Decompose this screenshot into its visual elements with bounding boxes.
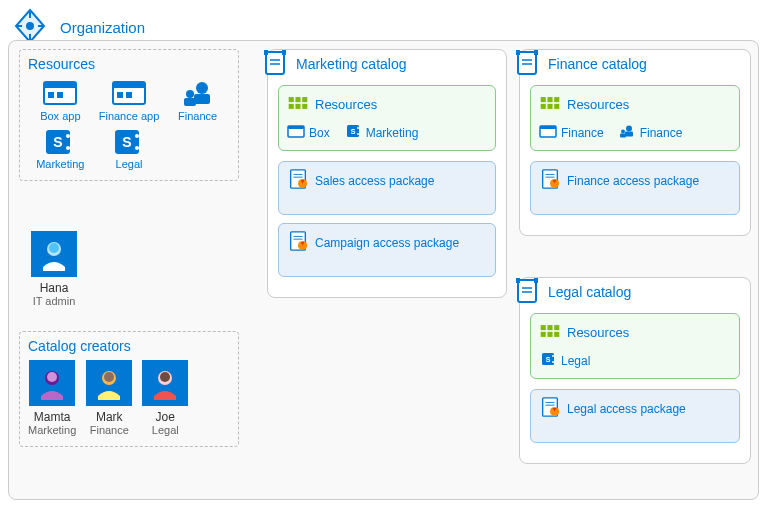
- marketing-catalog: Marketing catalog Resources Box Marketin…: [267, 49, 507, 298]
- catalog-resources: Resources Legal: [530, 313, 740, 379]
- app-icon: [28, 78, 93, 108]
- it-admin: Hana IT admin: [31, 231, 77, 307]
- catalog-resource-item: Box: [287, 123, 330, 142]
- avatar: [142, 360, 188, 406]
- catalog-icon: [512, 48, 540, 79]
- legal-catalog: Legal catalog Resources Legal Legal acce…: [519, 277, 751, 464]
- catalog-resource-item: Legal: [539, 351, 590, 370]
- creator-mark: Mark Finance: [86, 360, 132, 436]
- access-package: Legal access package: [530, 389, 740, 443]
- admin-role: IT admin: [31, 295, 77, 307]
- group-icon: [618, 123, 636, 142]
- creator-joe: Joe Legal: [142, 360, 188, 436]
- app-icon: [287, 123, 305, 142]
- resource-finance-app: Finance app: [97, 78, 162, 122]
- catalog-title: Legal catalog: [548, 284, 631, 300]
- package-icon: [539, 168, 561, 193]
- admin-name: Hana: [31, 281, 77, 295]
- sharepoint-icon: [28, 126, 93, 156]
- catalog-resources: Resources Finance Finance: [530, 85, 740, 151]
- group-icon: [165, 78, 230, 108]
- catalog-icon: [512, 276, 540, 307]
- package-icon: [287, 230, 309, 255]
- resources-grid-icon: [287, 92, 309, 117]
- creators-title: Catalog creators: [28, 338, 230, 354]
- catalog-resource-item: Finance: [618, 123, 683, 142]
- creator-mamta: Mamta Marketing: [28, 360, 76, 436]
- sharepoint-icon: [344, 123, 362, 142]
- catalog-resource-item: Marketing: [344, 123, 419, 142]
- organization-container: Resources Box app Finance app Finance Ma…: [8, 40, 759, 500]
- resource-finance-group: Finance: [165, 78, 230, 122]
- resource-legal-site: Legal: [97, 126, 162, 170]
- app-icon: [539, 123, 557, 142]
- resource-box-app: Box app: [28, 78, 93, 122]
- catalog-title: Marketing catalog: [296, 56, 407, 72]
- catalog-title: Finance catalog: [548, 56, 647, 72]
- app-icon: [97, 78, 162, 108]
- access-package: Campaign access package: [278, 223, 496, 277]
- resource-marketing-site: Marketing: [28, 126, 93, 170]
- catalog-resource-item: Finance: [539, 123, 604, 142]
- resources-title: Resources: [28, 56, 230, 72]
- resources-grid-icon: [539, 320, 561, 345]
- sharepoint-icon: [97, 126, 162, 156]
- package-icon: [287, 168, 309, 193]
- org-title: Organization: [60, 19, 145, 36]
- resources-panel: Resources Box app Finance app Finance Ma…: [19, 49, 239, 181]
- finance-catalog: Finance catalog Resources Finance Financ…: [519, 49, 751, 236]
- catalog-icon: [260, 48, 288, 79]
- package-icon: [539, 396, 561, 421]
- sharepoint-icon: [539, 351, 557, 370]
- catalog-creators-panel: Catalog creators Mamta Marketing Mark Fi…: [19, 331, 239, 447]
- avatar: [31, 231, 77, 277]
- access-package: Finance access package: [530, 161, 740, 215]
- catalog-resources: Resources Box Marketing: [278, 85, 496, 151]
- avatar: [29, 360, 75, 406]
- avatar: [86, 360, 132, 406]
- access-package: Sales access package: [278, 161, 496, 215]
- resources-grid-icon: [539, 92, 561, 117]
